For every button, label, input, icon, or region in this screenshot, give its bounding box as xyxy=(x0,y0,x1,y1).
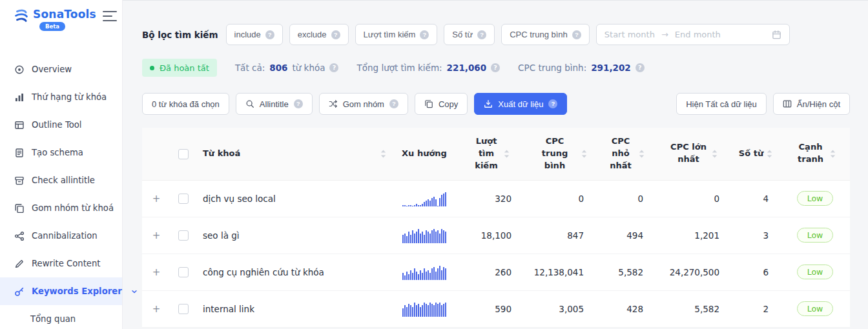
table-row: + dịch vụ seo local 320 0 0 0 4 Low xyxy=(142,180,850,217)
stat-label: Tất cả: xyxy=(235,63,265,73)
filter-cpc-avg-button[interactable]: CPC trung bình ? xyxy=(501,24,590,45)
volume-cell: 18,100 xyxy=(459,217,523,254)
cpc-min-cell: 0 xyxy=(595,180,655,217)
app-window: SonaTools Beta Overview xyxy=(0,0,868,329)
table-row: + seo là gì 18,100 847 494 1,201 3 Low xyxy=(142,217,850,254)
allintitle-icon xyxy=(14,175,25,186)
sort-icon[interactable] xyxy=(639,150,645,158)
logo: SonaTools Beta xyxy=(0,0,122,37)
cpc-avg-cell: 3,005 xyxy=(523,290,595,327)
chevron-down-icon xyxy=(129,288,140,295)
header-label: Xu hướng xyxy=(402,148,447,160)
sort-icon[interactable] xyxy=(581,150,587,158)
header-keyword[interactable]: Từ khoá xyxy=(196,128,390,180)
header-competition[interactable]: Cạnh tranh xyxy=(780,128,850,180)
row-checkbox[interactable] xyxy=(178,194,189,204)
sidebar-item-label: Overview xyxy=(32,65,72,74)
sidebar-item-check-allintitle[interactable]: Check allintitle xyxy=(0,166,122,194)
info-icon: ? xyxy=(389,99,398,108)
filter-search-volume-button[interactable]: Lượt tìm kiếm ? xyxy=(355,24,438,45)
expand-row-icon[interactable]: + xyxy=(146,266,167,278)
header-cpc-avg[interactable]: CPC trung bình xyxy=(523,128,595,180)
sidebar-item-create-schema[interactable]: Tạo schema xyxy=(0,139,122,166)
volume-cell: 590 xyxy=(459,290,523,327)
info-icon: ? xyxy=(548,99,557,108)
keywords-table: Từ khoá Xu hướng Lượt tìm kiếm xyxy=(142,128,850,328)
header-search-volume[interactable]: Lượt tìm kiếm xyxy=(459,128,523,180)
month-range-picker[interactable]: Start month → End month xyxy=(596,24,790,45)
info-icon: ? xyxy=(329,63,338,72)
export-data-button[interactable]: Xuất dữ liệu ? xyxy=(474,93,567,115)
info-icon: ? xyxy=(420,30,429,39)
expand-row-icon[interactable]: + xyxy=(146,303,167,315)
expand-row-icon[interactable]: + xyxy=(146,193,167,204)
sidebar-item-cannibalization[interactable]: Cannibalization xyxy=(0,222,122,250)
sidebar-item-label: Tổng quan xyxy=(30,314,76,324)
cpc-max-cell: 24,270,500 xyxy=(655,254,731,290)
table-row: + công cụ nghiên cứu từ khóa 260 12,138,… xyxy=(142,254,850,290)
sort-icon[interactable] xyxy=(830,150,836,158)
filter-include-button[interactable]: include ? xyxy=(226,24,283,45)
sidebar-item-outline-tool[interactable]: Outline Tool xyxy=(0,111,122,139)
info-icon: ? xyxy=(294,99,303,108)
filter-chip-label: CPC trung bình xyxy=(510,30,568,39)
header-cpc-min[interactable]: CPC nhỏ nhất xyxy=(595,128,655,180)
competition-badge: Low xyxy=(797,191,834,206)
selected-count-label: 0 từ khóa đã chọn xyxy=(152,99,220,109)
allintitle-button[interactable]: Allintitle ? xyxy=(236,93,313,115)
stat-value: 291,202 xyxy=(591,63,631,73)
sidebar-item-overview[interactable]: Overview xyxy=(0,55,122,83)
info-icon: ? xyxy=(477,30,486,39)
volume-cell: 320 xyxy=(459,180,523,217)
ranking-icon xyxy=(14,92,25,103)
cpc-max-cell: 0 xyxy=(655,180,731,217)
filter-exclude-button[interactable]: exclude ? xyxy=(289,24,349,45)
keyword-cell: công cụ nghiên cứu từ khóa xyxy=(200,267,324,277)
status-badge-label: Đã hoàn tất xyxy=(160,63,209,73)
copy-button[interactable]: Copy xyxy=(415,93,468,115)
sidebar-item-group-keywords[interactable]: Gom nhóm từ khoá xyxy=(0,194,122,222)
sidebar-item-keywords-explorer[interactable]: Keywords Explorer xyxy=(0,277,122,305)
cpc-avg-cell: 12,138,041 xyxy=(523,254,595,290)
row-checkbox[interactable] xyxy=(178,304,189,314)
row-checkbox[interactable] xyxy=(178,267,189,277)
select-all-checkbox[interactable] xyxy=(178,149,189,159)
group-keywords-button[interactable]: Gom nhóm ? xyxy=(319,93,408,115)
sort-icon[interactable] xyxy=(504,150,510,158)
sidebar-subitem-tong-quan[interactable]: Tổng quan xyxy=(0,305,122,329)
sort-icon[interactable] xyxy=(712,150,718,158)
beta-badge: Beta xyxy=(39,22,65,31)
word-count-cell: 3 xyxy=(731,217,780,254)
header-label: CPC lớn nhất xyxy=(668,141,708,166)
selected-keywords-button[interactable]: 0 từ khóa đã chọn xyxy=(142,93,229,115)
expand-row-icon[interactable]: + xyxy=(146,230,167,241)
info-icon: ? xyxy=(572,30,581,39)
search-icon xyxy=(245,99,254,108)
word-count-cell: 6 xyxy=(731,254,780,290)
header-label: Lượt tìm kiếm xyxy=(472,135,501,172)
cpc-min-cell: 494 xyxy=(595,217,655,254)
start-month-input[interactable]: Start month xyxy=(604,30,655,39)
show-all-data-button[interactable]: Hiện Tất cả dữ liệu xyxy=(676,93,767,115)
stat-value: 806 xyxy=(269,63,287,73)
sonatools-logo-icon xyxy=(13,8,30,25)
sort-icon[interactable] xyxy=(380,150,386,158)
sidebar-collapse-button[interactable] xyxy=(103,11,117,21)
row-checkbox[interactable] xyxy=(178,230,189,241)
end-month-input[interactable]: End month xyxy=(675,30,772,39)
filter-word-count-button[interactable]: Số từ ? xyxy=(444,24,495,45)
sort-icon[interactable] xyxy=(767,150,772,158)
keyword-cell: seo là gì xyxy=(200,230,240,241)
allintitle-label: Allintitle xyxy=(260,99,289,109)
columns-icon xyxy=(783,99,792,108)
sidebar-item-rewrite-content[interactable]: Rewrite Content xyxy=(0,250,122,277)
header-label: Số từ xyxy=(739,148,763,160)
toggle-columns-button[interactable]: Ẩn/Hiện cột xyxy=(773,93,850,115)
info-icon: ? xyxy=(331,30,340,39)
header-word-count[interactable]: Số từ xyxy=(731,128,780,180)
export-label: Xuất dữ liệu xyxy=(498,99,543,109)
header-select xyxy=(170,128,196,180)
sidebar-item-keyword-ranking[interactable]: Thứ hạng từ khóa xyxy=(0,83,122,111)
header-cpc-max[interactable]: CPC lớn nhất xyxy=(655,128,731,180)
overview-icon xyxy=(14,65,25,75)
